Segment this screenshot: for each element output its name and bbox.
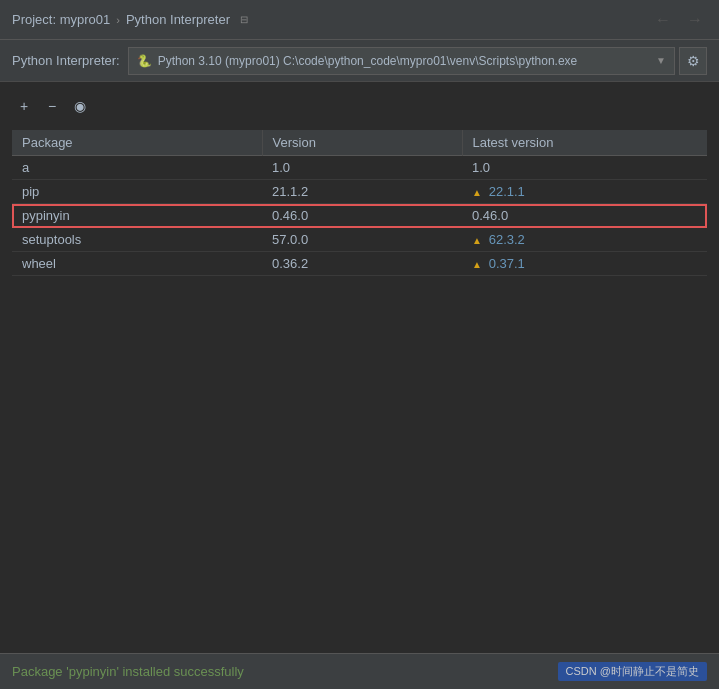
cell-latest: 0.46.0	[462, 204, 707, 228]
nav-forward-button[interactable]: →	[683, 9, 707, 31]
breadcrumb-project: Project: mypro01	[12, 12, 110, 27]
add-package-button[interactable]: +	[12, 94, 36, 118]
interpreter-dropdown[interactable]: 🐍 Python 3.10 (mypro01) C:\code\python_c…	[128, 47, 675, 75]
interpreter-select-wrapper: 🐍 Python 3.10 (mypro01) C:\code\python_c…	[128, 47, 707, 75]
cell-latest: ▲ 0.37.1	[462, 252, 707, 276]
header-bar: Project: mypro01 › Python Interpreter ⊟ …	[0, 0, 719, 40]
cell-latest: ▲ 62.3.2	[462, 228, 707, 252]
update-icon: ▲	[472, 187, 485, 198]
latest-version-value: 22.1.1	[489, 184, 525, 199]
latest-version-value: 0.37.1	[489, 256, 525, 271]
latest-version-value: 62.3.2	[489, 232, 525, 247]
gear-icon: ⚙	[687, 53, 700, 69]
cell-version: 0.36.2	[262, 252, 462, 276]
gear-button[interactable]: ⚙	[679, 47, 707, 75]
header-nav: ← →	[651, 9, 707, 31]
dropdown-arrow-icon: ▼	[656, 55, 666, 66]
page-icon: ⊟	[240, 14, 248, 25]
cell-package: a	[12, 156, 262, 180]
table-body: a1.01.0pip21.1.2▲ 22.1.1pypinyin0.46.00.…	[12, 156, 707, 276]
cell-package: setuptools	[12, 228, 262, 252]
status-bar: Package 'pypinyin' installed successfull…	[0, 653, 719, 689]
interpreter-label: Python Interpreter:	[12, 53, 120, 68]
content-area: + − ◉ Package Version Latest version a1.…	[0, 82, 719, 653]
table-row[interactable]: pip21.1.2▲ 22.1.1	[12, 180, 707, 204]
col-header-package[interactable]: Package	[12, 130, 262, 156]
nav-back-button[interactable]: ←	[651, 9, 675, 31]
breadcrumb-current: Python Interpreter	[126, 12, 230, 27]
update-icon: ▲	[472, 259, 485, 270]
cell-package: wheel	[12, 252, 262, 276]
table-row[interactable]: wheel0.36.2▲ 0.37.1	[12, 252, 707, 276]
breadcrumb: Project: mypro01 › Python Interpreter ⊟	[12, 12, 248, 27]
table-row[interactable]: pypinyin0.46.00.46.0	[12, 204, 707, 228]
breadcrumb-separator: ›	[116, 14, 120, 26]
col-header-version[interactable]: Version	[262, 130, 462, 156]
update-icon: ▲	[472, 235, 485, 246]
eye-button[interactable]: ◉	[68, 94, 92, 118]
package-table: Package Version Latest version a1.01.0pi…	[12, 130, 707, 276]
python-icon: 🐍	[137, 54, 152, 68]
col-header-latest[interactable]: Latest version	[462, 130, 707, 156]
table-row[interactable]: setuptools57.0.0▲ 62.3.2	[12, 228, 707, 252]
cell-version: 21.1.2	[262, 180, 462, 204]
interpreter-row: Python Interpreter: 🐍 Python 3.10 (mypro…	[0, 40, 719, 82]
cell-version: 1.0	[262, 156, 462, 180]
remove-package-button[interactable]: −	[40, 94, 64, 118]
cell-package: pypinyin	[12, 204, 262, 228]
status-message: Package 'pypinyin' installed successfull…	[12, 664, 244, 679]
cell-package: pip	[12, 180, 262, 204]
toolbar: + − ◉	[12, 90, 707, 122]
watermark: CSDN @时间静止不是简史	[558, 662, 707, 681]
cell-latest: ▲ 22.1.1	[462, 180, 707, 204]
interpreter-value: Python 3.10 (mypro01) C:\code\python_cod…	[158, 54, 578, 68]
cell-version: 0.46.0	[262, 204, 462, 228]
table-row[interactable]: a1.01.0	[12, 156, 707, 180]
table-header-row: Package Version Latest version	[12, 130, 707, 156]
cell-latest: 1.0	[462, 156, 707, 180]
cell-version: 57.0.0	[262, 228, 462, 252]
